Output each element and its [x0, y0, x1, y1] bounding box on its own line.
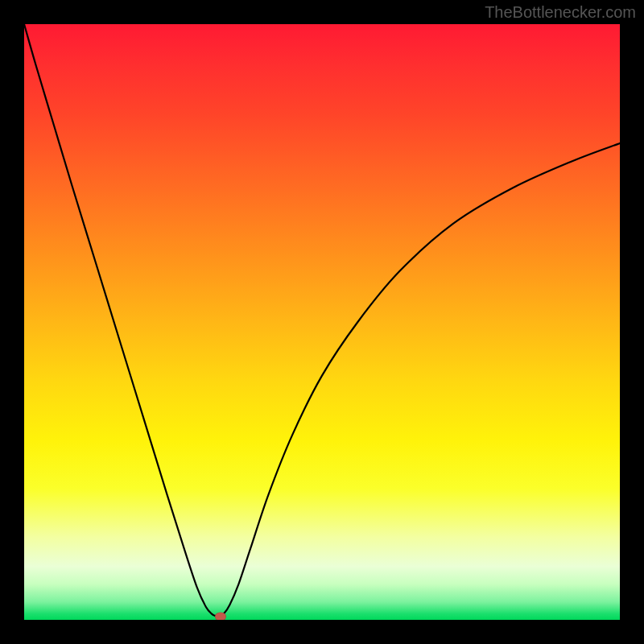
bottleneck-curve [24, 24, 620, 620]
watermark-text: TheBottlenecker.com [485, 3, 636, 22]
optimal-point-marker [215, 613, 226, 620]
chart-frame: TheBottlenecker.com [0, 0, 644, 644]
plot-area [24, 24, 620, 620]
